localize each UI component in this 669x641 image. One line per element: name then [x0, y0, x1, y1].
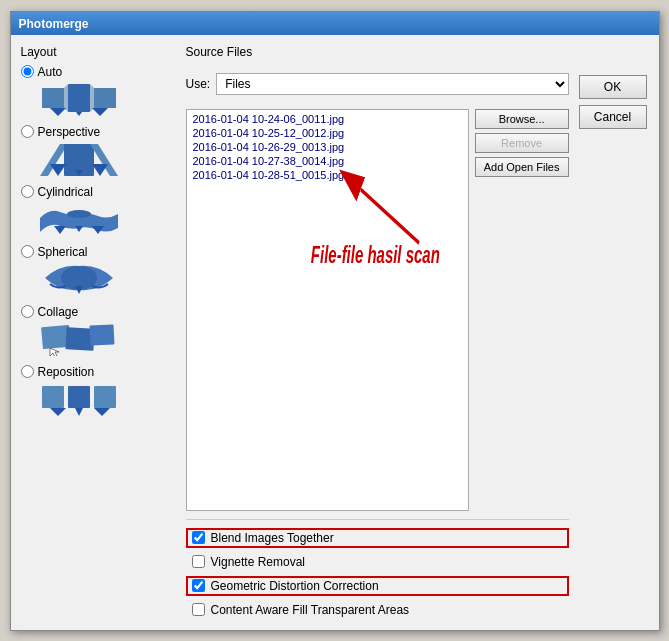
layout-radio-auto-input[interactable] [21, 65, 34, 78]
vignette-row: Vignette Removal [186, 552, 569, 572]
layout-icon-cylindrical [39, 199, 119, 237]
geometric-row: Geometric Distortion Correction [186, 576, 569, 596]
browse-button[interactable]: Browse... [475, 109, 569, 129]
layout-label-spherical[interactable]: Spherical [38, 245, 88, 259]
ok-button[interactable]: OK [579, 75, 647, 99]
titlebar: Photomerge [11, 13, 659, 35]
layout-radio-reposition[interactable]: Reposition [21, 365, 95, 379]
svg-marker-13 [92, 164, 108, 176]
list-item[interactable]: 2016-01-04 10-28-51_0015.jpg [189, 168, 466, 182]
layout-radio-auto[interactable]: Auto [21, 65, 63, 79]
remove-button[interactable]: Remove [475, 133, 569, 153]
layout-label-auto[interactable]: Auto [38, 65, 63, 79]
geometric-checkbox[interactable] [192, 579, 205, 592]
bottom-options: Blend Images Together Vignette Removal G… [186, 519, 569, 620]
layout-icon-reposition [39, 379, 119, 417]
layout-label-perspective[interactable]: Perspective [38, 125, 101, 139]
content-aware-checkbox[interactable] [192, 603, 205, 616]
use-select[interactable]: Files Folders Open Files [216, 73, 568, 95]
file-action-buttons: Browse... Remove Add Open Files [475, 109, 569, 511]
layout-radio-cylindrical[interactable]: Cylindrical [21, 185, 93, 199]
svg-marker-6 [76, 112, 82, 116]
svg-marker-16 [75, 226, 83, 232]
svg-marker-28 [75, 408, 83, 416]
svg-marker-11 [50, 164, 66, 176]
spherical-icon-svg [40, 260, 118, 296]
svg-rect-25 [68, 386, 90, 408]
svg-marker-4 [90, 84, 116, 112]
source-section-label: Source Files [186, 45, 569, 59]
layout-item-auto: Auto [21, 65, 176, 121]
layout-radio-perspective[interactable]: Perspective [21, 125, 101, 139]
layout-item-spherical: Spherical [21, 245, 176, 301]
svg-point-14 [67, 210, 91, 218]
layout-label-cylindrical[interactable]: Cylindrical [38, 185, 93, 199]
layout-label-reposition[interactable]: Reposition [38, 365, 95, 379]
layout-radio-reposition-input[interactable] [21, 365, 34, 378]
layout-item-reposition: Reposition [21, 365, 176, 421]
cylindrical-icon-svg [40, 200, 118, 236]
content-aware-row: Content Aware Fill Transparent Areas [186, 600, 569, 620]
layout-icon-auto [39, 79, 119, 117]
layout-item-cylindrical: Cylindrical [21, 185, 176, 241]
use-row: Use: Files Folders Open Files [186, 73, 569, 95]
svg-marker-5 [50, 108, 66, 116]
add-open-files-button[interactable]: Add Open Files [475, 157, 569, 177]
svg-marker-27 [50, 408, 66, 416]
blend-checkbox[interactable] [192, 531, 205, 544]
layout-radio-spherical[interactable]: Spherical [21, 245, 88, 259]
layout-options: Auto [21, 65, 176, 423]
layout-radio-perspective-input[interactable] [21, 125, 34, 138]
list-item[interactable]: 2016-01-04 10-26-29_0013.jpg [189, 140, 466, 154]
svg-marker-8 [40, 144, 68, 176]
svg-marker-7 [92, 108, 108, 116]
file-list[interactable]: 2016-01-04 10-24-06_0011.jpg 2016-01-04 … [186, 109, 469, 511]
layout-radio-spherical-input[interactable] [21, 245, 34, 258]
list-item[interactable]: 2016-01-04 10-25-12_0012.jpg [189, 126, 466, 140]
list-item[interactable]: 2016-01-04 10-27-38_0014.jpg [189, 154, 466, 168]
vignette-label[interactable]: Vignette Removal [211, 555, 306, 569]
svg-marker-10 [90, 144, 118, 176]
photomerge-dialog: Photomerge Layout Auto [10, 11, 660, 631]
layout-section-label: Layout [21, 45, 176, 59]
blend-images-row: Blend Images Together [186, 528, 569, 548]
svg-rect-24 [42, 386, 64, 408]
layout-icon-perspective [39, 139, 119, 177]
svg-rect-1 [68, 84, 90, 112]
content-aware-label[interactable]: Content Aware Fill Transparent Areas [211, 603, 410, 617]
geometric-label[interactable]: Geometric Distortion Correction [211, 579, 379, 593]
perspective-icon-svg [40, 140, 118, 176]
action-buttons-panel: OK Cancel [579, 45, 649, 620]
layout-panel: Layout Auto [21, 45, 176, 620]
layout-radio-cylindrical-input[interactable] [21, 185, 34, 198]
layout-radio-collage-input[interactable] [21, 305, 34, 318]
file-list-section: 2016-01-04 10-24-06_0011.jpg 2016-01-04 … [186, 109, 569, 511]
svg-rect-22 [89, 324, 114, 345]
layout-label-collage[interactable]: Collage [38, 305, 79, 319]
svg-marker-23 [50, 348, 59, 356]
svg-marker-3 [42, 84, 68, 112]
layout-icon-spherical [39, 259, 119, 297]
svg-rect-26 [94, 386, 116, 408]
svg-marker-29 [94, 408, 110, 416]
layout-item-perspective: Perspective [21, 125, 176, 181]
layout-icon-collage [39, 319, 119, 357]
layout-item-collage: Collage [21, 305, 176, 361]
blend-label[interactable]: Blend Images Together [211, 531, 334, 545]
use-label: Use: [186, 77, 211, 91]
cancel-button[interactable]: Cancel [579, 105, 647, 129]
collage-icon-svg [40, 320, 118, 356]
dialog-title: Photomerge [19, 17, 89, 31]
list-item[interactable]: 2016-01-04 10-24-06_0011.jpg [189, 112, 466, 126]
vignette-checkbox[interactable] [192, 555, 205, 568]
layout-radio-collage[interactable]: Collage [21, 305, 79, 319]
reposition-icon-svg [40, 380, 118, 416]
auto-icon-svg [40, 80, 118, 116]
svg-marker-15 [54, 226, 66, 234]
source-panel: Source Files Use: Files Folders Open Fil… [186, 45, 569, 620]
